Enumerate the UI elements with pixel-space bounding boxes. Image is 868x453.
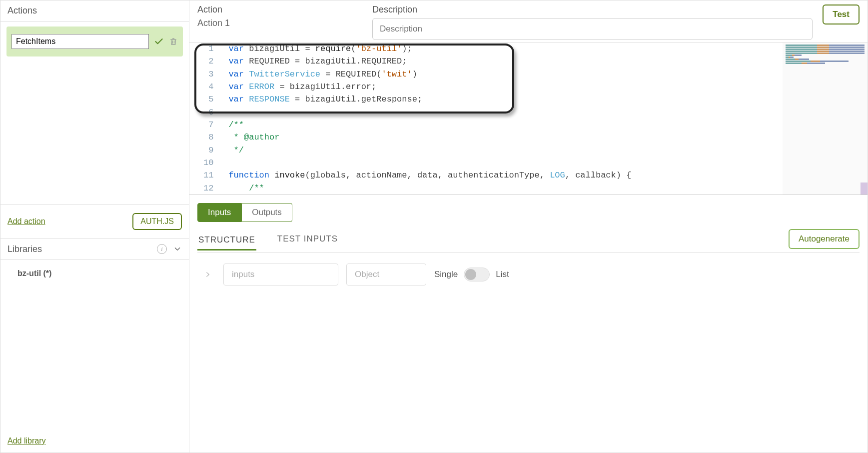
info-icon[interactable]: i: [157, 244, 167, 254]
code-line[interactable]: 3var TwitterService = REQUIRED('twit'): [194, 68, 631, 80]
action-header-value: Action 1: [197, 18, 362, 28]
tab-outputs[interactable]: Outputs: [241, 203, 292, 222]
code-line[interactable]: 5var RESPONSE = bizagiUtil.getResponse;: [194, 93, 631, 106]
delete-icon[interactable]: [169, 36, 178, 46]
auth-js-button[interactable]: AUTH.JS: [132, 213, 182, 230]
inputs-name-field[interactable]: inputs: [223, 264, 338, 286]
inputs-row: inputs Object Single List: [197, 252, 860, 296]
structure-tabs-row: STRUCTURE TEST INPUTS Autogenerate: [197, 229, 860, 252]
chevron-down-icon[interactable]: [173, 244, 182, 254]
toggle-right-label: List: [496, 270, 509, 280]
line-code[interactable]: */: [220, 144, 631, 156]
code-line[interactable]: 7/**: [194, 118, 631, 131]
action-name-input[interactable]: [11, 34, 149, 49]
line-code[interactable]: var RESPONSE = bizagiUtil.getResponse;: [220, 93, 631, 106]
line-number: 11: [194, 169, 220, 182]
toggle-left-label: Single: [434, 270, 458, 280]
add-library-link[interactable]: Add library: [7, 436, 45, 445]
line-number: 5: [194, 93, 220, 106]
cardinality-toggle-wrap: Single List: [434, 268, 509, 282]
code-editor[interactable]: 1var bizagiUtil = require('bz-util');2va…: [189, 42, 868, 195]
line-number: 8: [194, 131, 220, 144]
line-code[interactable]: function invoke(globals, actionName, dat…: [220, 169, 631, 182]
code-line[interactable]: 4var ERROR = bizagiUtil.error;: [194, 80, 631, 93]
library-item[interactable]: bz-util (*): [0, 260, 189, 287]
io-tabs: Inputs Outputs: [197, 203, 860, 222]
line-number: 2: [194, 55, 220, 68]
editor-scrollbar[interactable]: [861, 182, 868, 194]
code-line[interactable]: 2var REQUIRED = bizagiUtil.REQUIRED;: [194, 55, 631, 68]
line-code[interactable]: /**: [220, 118, 631, 131]
code-line[interactable]: 11function invoke(globals, actionName, d…: [194, 169, 631, 182]
confirm-icon[interactable]: [154, 36, 164, 46]
actions-footer: Add action AUTH.JS: [0, 204, 189, 238]
io-section: Inputs Outputs STRUCTURE TEST INPUTS Aut…: [189, 195, 868, 452]
line-number: 9: [194, 144, 220, 156]
tab-inputs[interactable]: Inputs: [197, 203, 241, 222]
inputs-name-placeholder: inputs: [232, 270, 254, 280]
expand-icon[interactable]: [200, 271, 215, 278]
code-lines: 1var bizagiUtil = require('bz-util');2va…: [194, 42, 631, 194]
cardinality-toggle[interactable]: [464, 268, 490, 282]
code-line[interactable]: 9 */: [194, 144, 631, 156]
subtab-structure[interactable]: STRUCTURE: [197, 231, 256, 250]
line-code[interactable]: var REQUIRED = bizagiUtil.REQUIRED;: [220, 55, 631, 68]
app-root: Actions Add action AUTH.JS Libraries i: [0, 0, 868, 453]
code-line[interactable]: 6: [194, 106, 631, 118]
inputs-type-field[interactable]: Object: [346, 264, 426, 286]
line-code[interactable]: var TwitterService = REQUIRED('twit'): [220, 68, 631, 80]
code-line[interactable]: 12 /**: [194, 182, 631, 194]
description-input[interactable]: [372, 18, 813, 40]
line-number: 7: [194, 118, 220, 131]
line-number: 6: [194, 106, 220, 118]
editor-minimap[interactable]: [783, 42, 868, 194]
inputs-type-placeholder: Object: [355, 270, 379, 280]
line-number: 10: [194, 156, 220, 169]
actions-list: [0, 22, 189, 62]
line-number: 4: [194, 80, 220, 93]
line-code[interactable]: [220, 156, 631, 169]
header-row: Action Action 1 Description Test: [189, 0, 868, 42]
subtab-test-inputs[interactable]: TEST INPUTS: [276, 230, 339, 248]
right-panel: Action Action 1 Description Test 1var bi…: [189, 0, 868, 452]
line-code[interactable]: var bizagiUtil = require('bz-util');: [220, 42, 631, 55]
left-panel: Actions Add action AUTH.JS Libraries i: [0, 0, 189, 452]
test-button[interactable]: Test: [823, 4, 860, 24]
line-number: 12: [194, 182, 220, 194]
code-line[interactable]: 8 * @author: [194, 131, 631, 144]
action-item[interactable]: [6, 26, 183, 56]
libraries-footer: Add library: [0, 430, 189, 452]
line-code[interactable]: /**: [220, 182, 631, 194]
add-action-link[interactable]: Add action: [7, 217, 45, 226]
libraries-title: Libraries: [7, 244, 151, 254]
line-number: 1: [194, 42, 220, 55]
line-code[interactable]: * @author: [220, 131, 631, 144]
line-code[interactable]: [220, 106, 631, 118]
code-line[interactable]: 10: [194, 156, 631, 169]
line-number: 3: [194, 68, 220, 80]
autogenerate-button[interactable]: Autogenerate: [789, 229, 860, 249]
actions-title: Actions: [0, 0, 189, 22]
line-code[interactable]: var ERROR = bizagiUtil.error;: [220, 80, 631, 93]
libraries-header[interactable]: Libraries i: [0, 238, 189, 260]
description-label: Description: [372, 4, 813, 15]
action-header-label: Action: [197, 4, 362, 15]
code-line[interactable]: 1var bizagiUtil = require('bz-util');: [194, 42, 631, 55]
